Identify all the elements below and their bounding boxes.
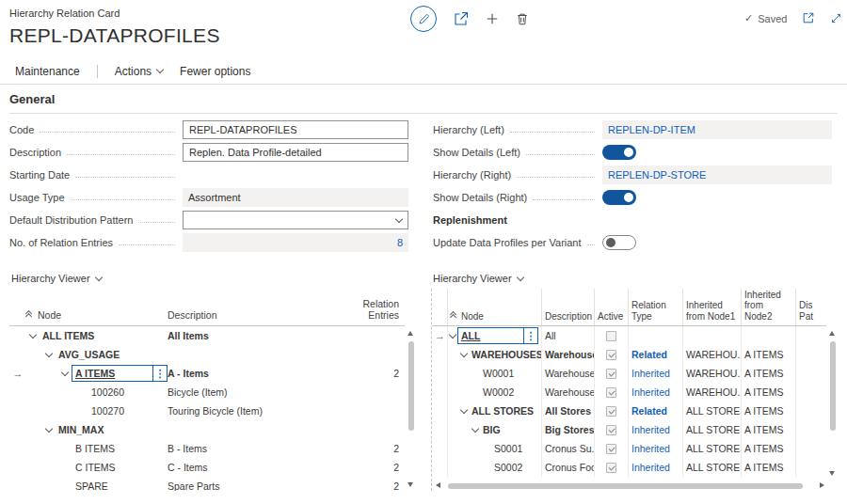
table-row[interactable]: 100270 Touring Bicycle (Item): [9, 402, 405, 420]
relation-type-cell[interactable]: Related: [628, 402, 682, 420]
relation-type-column-header[interactable]: Relation Type: [628, 289, 682, 325]
checkbox-unchecked[interactable]: [606, 331, 616, 341]
left-panel-title[interactable]: Hierarchy Viewer: [9, 268, 416, 289]
default-distribution-pattern-select[interactable]: [183, 211, 408, 229]
node-column-header[interactable]: Node: [447, 289, 541, 325]
scrollbar-thumb[interactable]: [448, 483, 803, 489]
hierarchy-right-value[interactable]: REPLEN-DP-STORE: [602, 165, 832, 184]
row-marker: [432, 439, 447, 458]
entries-column-header[interactable]: Relation Entries: [337, 298, 405, 321]
chevron-down-icon[interactable]: [45, 350, 53, 357]
menu-maintenance[interactable]: Maintenance: [15, 65, 80, 78]
selected-node-cell[interactable]: ALL ⋮: [457, 327, 538, 344]
selected-node-cell[interactable]: A ITEMS ⋮: [72, 365, 168, 382]
hierarchy-right-label: Hierarchy (Right): [433, 169, 511, 181]
checkbox-checked[interactable]: [606, 425, 616, 435]
distribution-pattern-column-header[interactable]: Dis Pat: [795, 289, 826, 325]
show-details-right-toggle[interactable]: [602, 190, 636, 205]
code-input[interactable]: [183, 120, 408, 139]
right-panel-title[interactable]: Hierarchy Viewer: [431, 268, 838, 289]
table-row[interactable]: S0001 Cronus Su... Inherited ALL STORES …: [432, 439, 826, 458]
relation-type-cell[interactable]: Inherited: [628, 458, 682, 477]
menu-fewer-options[interactable]: Fewer options: [180, 65, 250, 78]
delete-button[interactable]: [516, 12, 529, 25]
inherited-node2-cell: A ITEMS: [741, 364, 795, 383]
table-row[interactable]: SPARE Spare Parts 2: [9, 477, 405, 491]
table-row[interactable]: B ITEMS B - Items 2: [9, 439, 405, 458]
breadcrumb[interactable]: Hierarchy Relation Card: [9, 8, 120, 19]
node-column-header[interactable]: Node: [26, 309, 168, 321]
section-general-header[interactable]: General: [9, 92, 55, 106]
scroll-down-arrow[interactable]: [408, 482, 413, 487]
checkbox-checked[interactable]: [606, 350, 616, 360]
table-row[interactable]: ALL STORES All Stores Related ALL STORES…: [432, 402, 826, 420]
table-row[interactable]: WAREHOUSES Warehouses Related WAREHOU...…: [432, 345, 826, 364]
entries-cell[interactable]: 2: [337, 368, 405, 379]
collapse-all-icon[interactable]: [26, 311, 31, 319]
cell-menu-button[interactable]: ⋮: [523, 328, 537, 343]
hierarchy-left-link[interactable]: REPLEN-DP-ITEM: [608, 124, 695, 135]
chevron-down-icon[interactable]: [449, 331, 456, 339]
relation-entries-drilldown[interactable]: 8: [183, 233, 408, 252]
scroll-left-arrow[interactable]: [436, 482, 440, 488]
marker-column-header: [432, 289, 447, 325]
distribution-pattern-cell: [795, 420, 826, 439]
scroll-up-arrow[interactable]: [829, 331, 835, 336]
collapse-all-icon[interactable]: [451, 312, 455, 320]
menu-actions[interactable]: Actions: [115, 65, 163, 78]
table-row[interactable]: 100260 Bicycle (Item): [9, 383, 405, 402]
relation-type-cell[interactable]: Inherited: [628, 383, 682, 402]
entries-cell[interactable]: 2: [337, 480, 405, 491]
scrollbar-thumb[interactable]: [408, 341, 414, 431]
relation-type-cell[interactable]: Inherited: [628, 364, 682, 383]
entries-cell[interactable]: 2: [337, 443, 405, 454]
chevron-down-icon[interactable]: [460, 406, 468, 414]
hierarchy-left-value[interactable]: REPLEN-DP-ITEM: [602, 120, 832, 139]
entries-cell[interactable]: 2: [337, 462, 405, 473]
hierarchy-right-link[interactable]: REPLEN-DP-STORE: [608, 169, 706, 181]
show-details-left-toggle[interactable]: [602, 145, 636, 160]
checkbox-checked[interactable]: [606, 387, 616, 398]
inherited-node1-column-header[interactable]: Inherited from Node1: [682, 289, 741, 325]
row-marker: [432, 383, 447, 402]
table-row[interactable]: S0002 Cronus Foo... Inherited ALL STORES…: [432, 458, 826, 477]
cell-menu-button[interactable]: ⋮: [152, 366, 167, 381]
starting-date-input[interactable]: [183, 165, 408, 184]
table-row-selected[interactable]: → ALL ⋮ All: [432, 326, 826, 345]
table-row[interactable]: W0001 Warehouse... Inherited WAREHOU... …: [432, 364, 826, 383]
description-column-header[interactable]: Description: [541, 289, 594, 325]
inherited-node2-column-header[interactable]: Inherited from Node2: [741, 289, 795, 325]
checkbox-checked[interactable]: [606, 444, 616, 454]
relation-type-cell[interactable]: Related: [628, 345, 682, 364]
table-row[interactable]: ALL ITEMS All Items: [9, 326, 405, 345]
table-row-selected[interactable]: → A ITEMS ⋮ A - Items 2: [9, 364, 405, 383]
relation-type-cell[interactable]: Inherited: [628, 420, 682, 439]
relation-type-cell[interactable]: Inherited: [628, 439, 682, 458]
table-row[interactable]: AVG_USAGE: [9, 345, 405, 364]
description-column-header[interactable]: Description: [168, 309, 337, 321]
chevron-down-icon[interactable]: [45, 425, 53, 433]
description-input[interactable]: [183, 143, 408, 162]
table-row[interactable]: W0002 Warehouse... Inherited WAREHOU... …: [432, 383, 826, 402]
share-button[interactable]: [454, 11, 469, 26]
chevron-down-icon[interactable]: [471, 425, 479, 433]
checkbox-checked[interactable]: [606, 369, 616, 379]
popout-button[interactable]: [802, 11, 815, 24]
active-column-header[interactable]: Active: [594, 289, 628, 325]
new-button[interactable]: [486, 12, 499, 25]
chevron-down-icon[interactable]: [29, 331, 37, 339]
chevron-down-icon[interactable]: [61, 369, 69, 376]
scroll-up-arrow[interactable]: [408, 331, 413, 336]
scrollbar-thumb[interactable]: [830, 341, 836, 431]
update-data-profiles-toggle[interactable]: [602, 235, 636, 250]
scroll-down-arrow[interactable]: [829, 471, 835, 476]
checkbox-checked[interactable]: [606, 406, 616, 417]
edit-button[interactable]: [410, 6, 437, 32]
table-row[interactable]: MIN_MAX: [9, 420, 405, 439]
scroll-right-arrow[interactable]: [820, 482, 824, 488]
table-row[interactable]: BIG Big Stores Inherited ALL STORES A IT…: [432, 420, 826, 439]
expand-button[interactable]: [830, 11, 842, 24]
table-row[interactable]: C ITEMS C - Items 2: [9, 458, 405, 477]
chevron-down-icon[interactable]: [460, 350, 468, 357]
checkbox-checked[interactable]: [606, 463, 616, 473]
